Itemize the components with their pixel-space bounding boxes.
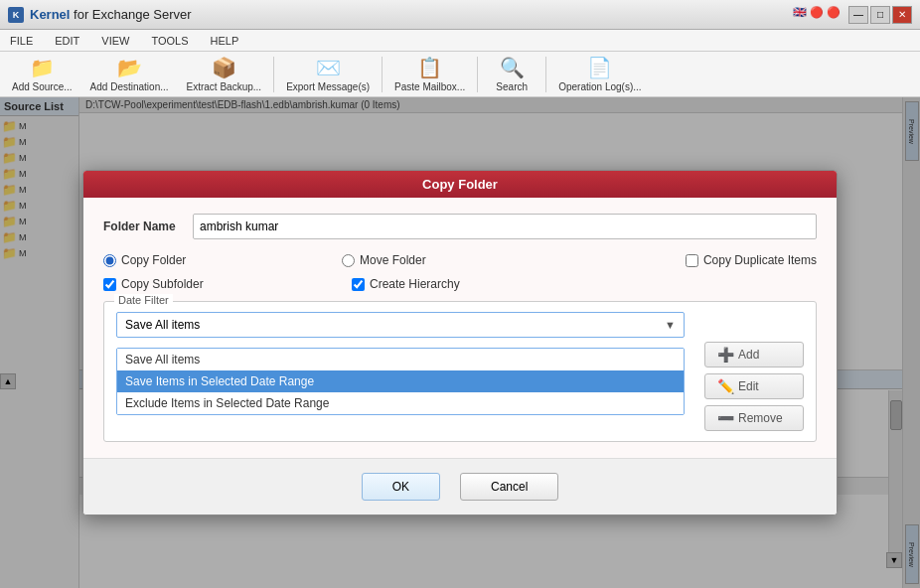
add-destination-button[interactable]: 📂 Add Destination... (82, 54, 177, 94)
paste-mailbox-icon: 📋 (417, 56, 442, 79)
move-folder-radio[interactable] (342, 254, 355, 267)
menu-tools[interactable]: TOOLS (147, 33, 192, 49)
search-label: Search (496, 81, 528, 92)
title-bar-left: K Kernel for Exchange Server (8, 7, 192, 23)
date-filter-left: Save All items ▼ Save All items Save Ite… (116, 312, 685, 425)
modal-overlay: Copy Folder Folder Name Copy Folder (0, 97, 920, 588)
search-button[interactable]: 🔍 Search (482, 54, 541, 94)
app-title: Kernel for Exchange Server (30, 7, 192, 22)
folder-name-input[interactable] (193, 214, 817, 239)
paste-mailbox-button[interactable]: 📋 Paste Mailbox... (386, 54, 473, 94)
ok-button[interactable]: OK (362, 473, 440, 501)
extract-backup-label: Extract Backup... (187, 81, 262, 92)
main-area: Source List 📁M 📁M 📁M 📁M 📁M 📁M 📁M 📁M 📁M ▲… (0, 97, 920, 588)
toolbar-separator-2 (382, 57, 383, 92)
folder-name-row: Folder Name (103, 214, 817, 239)
dropdown-item-1[interactable]: Save Items in Selected Date Range (117, 370, 684, 392)
add-source-icon: 📁 (30, 56, 55, 79)
toolbar-separator-4 (545, 57, 546, 92)
close-button[interactable]: ✕ (892, 6, 912, 24)
copy-folder-radio[interactable] (103, 254, 116, 267)
move-folder-option[interactable]: Move Folder (342, 253, 521, 267)
export-messages-label: Export Message(s) (286, 81, 370, 92)
extract-backup-button[interactable]: 📦 Extract Backup... (179, 54, 270, 94)
date-filter-dropdown-container: Save All items ▼ (116, 312, 685, 338)
cancel-button[interactable]: Cancel (460, 473, 558, 501)
date-filter-inner: Save All items ▼ Save All items Save Ite… (116, 312, 804, 431)
copy-subfolder-label: Copy Subfolder (121, 277, 204, 291)
operation-log-label: Operation Log(s)... (558, 81, 641, 92)
remove-icon: ➖ (717, 410, 734, 426)
modal-body: Folder Name Copy Folder Move Folder (83, 198, 837, 458)
add-destination-icon: 📂 (117, 56, 142, 79)
modal-title: Copy Folder (422, 177, 498, 192)
title-bar: K Kernel for Exchange Server 🇬🇧 🔴 🔴 — □ … (0, 0, 920, 30)
minimize-button[interactable]: — (848, 6, 868, 24)
copy-move-row: Copy Folder Move Folder Copy Duplicate I… (103, 253, 817, 267)
create-hierarchy-label: Create Hierarchy (370, 277, 460, 291)
add-source-label: Add Source... (12, 81, 73, 92)
modal-title-bar: Copy Folder (83, 171, 837, 198)
export-messages-icon: ✉️ (316, 56, 341, 79)
copy-subfolder-checkbox[interactable] (103, 278, 116, 291)
add-icon: ➕ (717, 347, 734, 363)
subfolder-hierarchy-row: Copy Subfolder Create Hierarchy (103, 277, 817, 291)
menu-file[interactable]: FILE (6, 33, 37, 49)
copy-folder-modal: Copy Folder Folder Name Copy Folder (82, 170, 838, 515)
menu-view[interactable]: VIEW (97, 33, 133, 49)
dropdown-item-0[interactable]: Save All items (117, 349, 684, 370)
export-messages-button[interactable]: ✉️ Export Message(s) (278, 54, 378, 94)
copy-duplicate-label: Copy Duplicate Items (703, 253, 817, 267)
copy-folder-label: Copy Folder (121, 253, 186, 267)
edit-label: Edit (738, 379, 759, 393)
copy-duplicate-checkbox[interactable] (686, 254, 698, 267)
operation-log-icon: 📄 (587, 56, 612, 79)
date-filter-group: Date Filter Save All items ▼ (103, 301, 817, 442)
search-icon: 🔍 (500, 56, 525, 79)
create-hierarchy-checkbox[interactable] (352, 278, 365, 291)
toolbar: 📁 Add Source... 📂 Add Destination... 📦 E… (0, 52, 920, 97)
menu-edit[interactable]: EDIT (51, 33, 83, 49)
extract-backup-icon: 📦 (212, 56, 236, 79)
edit-icon: ✏️ (717, 378, 734, 394)
action-buttons-col: ➕ Add ✏️ Edit ➖ Remove (704, 342, 804, 431)
add-destination-label: Add Destination... (90, 81, 169, 92)
create-hierarchy-option[interactable]: Create Hierarchy (352, 277, 550, 291)
paste-mailbox-label: Paste Mailbox... (394, 81, 465, 92)
maximize-button[interactable]: □ (870, 6, 890, 24)
dropdown-item-2[interactable]: Exclude Items in Selected Date Range (117, 392, 684, 414)
toolbar-separator-3 (477, 57, 478, 92)
app-icon: K (8, 7, 24, 23)
add-button[interactable]: ➕ Add (704, 342, 804, 368)
toolbar-separator-1 (273, 57, 274, 92)
copy-subfolder-option[interactable]: Copy Subfolder (103, 277, 302, 291)
copy-folder-option[interactable]: Copy Folder (103, 253, 282, 267)
dropdown-list: Save All items Save Items in Selected Da… (116, 348, 685, 415)
menu-bar: FILE EDIT VIEW TOOLS HELP (0, 30, 920, 52)
menu-help[interactable]: HELP (207, 33, 243, 49)
dropdown-selected-text: Save All items (125, 318, 200, 332)
window-controls: 🇬🇧 🔴 🔴 — □ ✕ (793, 6, 912, 24)
remove-button[interactable]: ➖ Remove (704, 405, 804, 431)
add-label: Add (738, 348, 759, 362)
dropdown-arrow-icon: ▼ (665, 319, 676, 331)
copy-duplicate-option[interactable]: Copy Duplicate Items (686, 253, 817, 267)
modal-footer: OK Cancel (83, 458, 837, 514)
date-filter-legend: Date Filter (114, 294, 173, 306)
folder-name-label: Folder Name (103, 220, 183, 233)
operation-log-button[interactable]: 📄 Operation Log(s)... (550, 54, 649, 94)
date-filter-dropdown[interactable]: Save All items ▼ (116, 312, 685, 338)
remove-label: Remove (738, 411, 783, 425)
edit-button[interactable]: ✏️ Edit (704, 373, 804, 399)
move-folder-label: Move Folder (360, 253, 426, 267)
add-source-button[interactable]: 📁 Add Source... (4, 54, 80, 94)
